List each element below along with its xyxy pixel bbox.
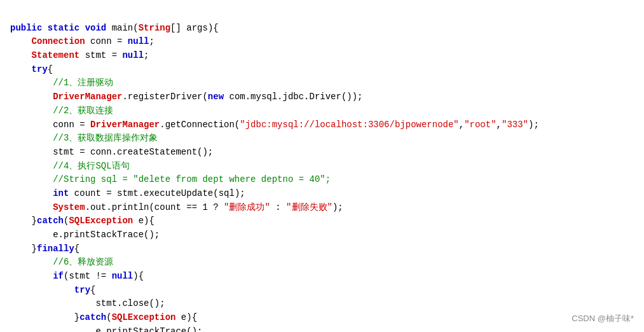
- line-12: //String sql = "delete from dept where d…: [10, 174, 331, 184]
- line-16: e.printStackTrace();: [10, 230, 160, 240]
- line-20: try{: [10, 285, 95, 295]
- line-14: System.out.println(count == 1 ? "删除成功" :…: [10, 202, 343, 212]
- line-7: //2、获取连接: [10, 106, 113, 116]
- line-8: conn = DriverManager.getConnection("jdbc…: [10, 120, 539, 130]
- line-22: }catch(SQLException e){: [10, 312, 197, 322]
- line-5: //1、注册驱动: [10, 78, 113, 88]
- line-23: e.printStackTrace();: [10, 326, 202, 332]
- line-11: //4、执行SQL语句: [10, 161, 130, 171]
- line-17: }finally{: [10, 244, 79, 254]
- line-3: Statement stmt = null;: [10, 50, 149, 60]
- line-9: //3、获取数据库操作对象: [10, 133, 158, 143]
- line-10: stmt = conn.createStatement();: [10, 147, 213, 157]
- line-6: DriverManager.registerDriver(new com.mys…: [10, 92, 363, 102]
- line-15: }catch(SQLException e){: [10, 216, 154, 226]
- code-container: public static void main(String[] args){ …: [0, 0, 644, 332]
- code-block: public static void main(String[] args){ …: [10, 8, 634, 332]
- line-19: if(stmt != null){: [10, 271, 144, 281]
- line-21: stmt.close();: [10, 298, 165, 308]
- line-2: Connection conn = null;: [10, 36, 154, 46]
- line-18: //6、释放资源: [10, 257, 113, 267]
- line-4: try{: [10, 64, 53, 74]
- watermark: CSDN @柚子味*: [572, 313, 634, 324]
- line-1: public static void main(String[] args){: [10, 23, 219, 33]
- line-13: int count = stmt.executeUpdate(sql);: [10, 188, 245, 198]
